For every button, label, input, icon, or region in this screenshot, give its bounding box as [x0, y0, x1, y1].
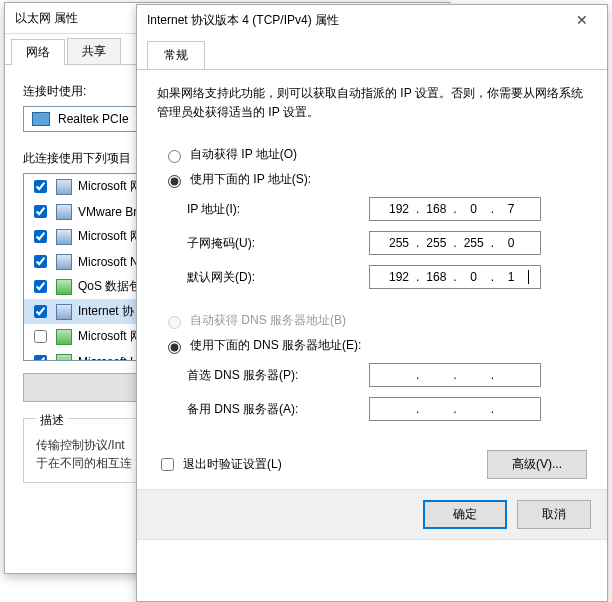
dns2-label: 备用 DNS 服务器(A): [187, 401, 369, 418]
ipv4-titlebar: Internet 协议版本 4 (TCP/IPv4) 属性 ✕ [137, 5, 607, 35]
radio-manual-dns[interactable]: 使用下面的 DNS 服务器地址(E): [163, 333, 587, 358]
subnet-mask-field[interactable]: 255.255.255.0 [369, 231, 541, 255]
list-item-checkbox[interactable] [34, 180, 47, 193]
list-item-checkbox[interactable] [34, 230, 47, 243]
ip-mode-group: 自动获得 IP 地址(O) 使用下面的 IP 地址(S): IP 地址(I): … [157, 140, 587, 296]
service-icon [56, 179, 72, 195]
adapter-name: Realtek PCIe [58, 112, 129, 126]
cancel-button[interactable]: 取消 [517, 500, 591, 529]
radio-auto-ip[interactable]: 自动获得 IP 地址(O) [163, 142, 587, 167]
ip-address-field[interactable]: 192.168.0.7 [369, 197, 541, 221]
list-item-label: Internet 协 [78, 303, 134, 320]
nic-icon [32, 112, 50, 126]
list-item-checkbox[interactable] [34, 330, 47, 343]
list-item-label: Microsoft 网 [78, 328, 142, 345]
list-item-checkbox[interactable] [34, 205, 47, 218]
ip-address-label: IP 地址(I): [187, 201, 369, 218]
gateway-label: 默认网关(D): [187, 269, 369, 286]
list-item-label: Microsoft 网 [78, 228, 142, 245]
close-icon[interactable]: ✕ [563, 8, 601, 32]
service-icon [56, 329, 72, 345]
radio-manual-ip[interactable]: 使用下面的 IP 地址(S): [163, 167, 587, 192]
tab-share[interactable]: 共享 [67, 38, 121, 64]
list-item-label: QoS 数据包 [78, 278, 141, 295]
ipv4-footer: 确定 取消 [137, 489, 607, 540]
list-item-checkbox[interactable] [34, 255, 47, 268]
ipv4-properties-window: Internet 协议版本 4 (TCP/IPv4) 属性 ✕ 常规 如果网络支… [136, 4, 608, 602]
list-item-checkbox[interactable] [34, 305, 47, 318]
radio-auto-ip-input[interactable] [168, 150, 181, 163]
service-icon [56, 229, 72, 245]
list-item-label: Microsoft N [78, 255, 139, 269]
service-icon [56, 304, 72, 320]
list-item-label: Microsoft 网 [78, 178, 142, 195]
dns-mode-group: 自动获得 DNS 服务器地址(B) 使用下面的 DNS 服务器地址(E): 首选… [157, 306, 587, 428]
list-item-checkbox[interactable] [34, 355, 47, 361]
tab-general[interactable]: 常规 [147, 41, 205, 69]
service-icon [56, 354, 72, 362]
list-item-checkbox[interactable] [34, 280, 47, 293]
ok-button[interactable]: 确定 [423, 500, 507, 529]
radio-auto-dns-input [168, 316, 181, 329]
ipv4-tabs: 常规 [137, 35, 607, 70]
description-header: 描述 [36, 412, 68, 429]
validate-on-exit[interactable]: 退出时验证设置(L) [157, 455, 282, 474]
dns1-field[interactable]: ... [369, 363, 541, 387]
list-item-label: VMware Br [78, 205, 137, 219]
validate-on-exit-checkbox[interactable] [161, 458, 174, 471]
subnet-mask-label: 子网掩码(U): [187, 235, 369, 252]
gateway-field[interactable]: 192.168.0.1 [369, 265, 541, 289]
ethernet-title: 以太网 属性 [15, 10, 78, 27]
list-item-label: Microsoft L [78, 355, 137, 362]
dns2-field[interactable]: ... [369, 397, 541, 421]
service-icon [56, 279, 72, 295]
service-icon [56, 204, 72, 220]
advanced-button[interactable]: 高级(V)... [487, 450, 587, 479]
ipv4-hint: 如果网络支持此功能，则可以获取自动指派的 IP 设置。否则，你需要从网络系统管理… [157, 84, 587, 122]
ipv4-title: Internet 协议版本 4 (TCP/IPv4) 属性 [147, 12, 339, 29]
service-icon [56, 254, 72, 270]
radio-manual-ip-input[interactable] [168, 175, 181, 188]
radio-auto-dns: 自动获得 DNS 服务器地址(B) [163, 308, 587, 333]
tab-network[interactable]: 网络 [11, 39, 65, 65]
radio-manual-dns-input[interactable] [168, 341, 181, 354]
dns1-label: 首选 DNS 服务器(P): [187, 367, 369, 384]
